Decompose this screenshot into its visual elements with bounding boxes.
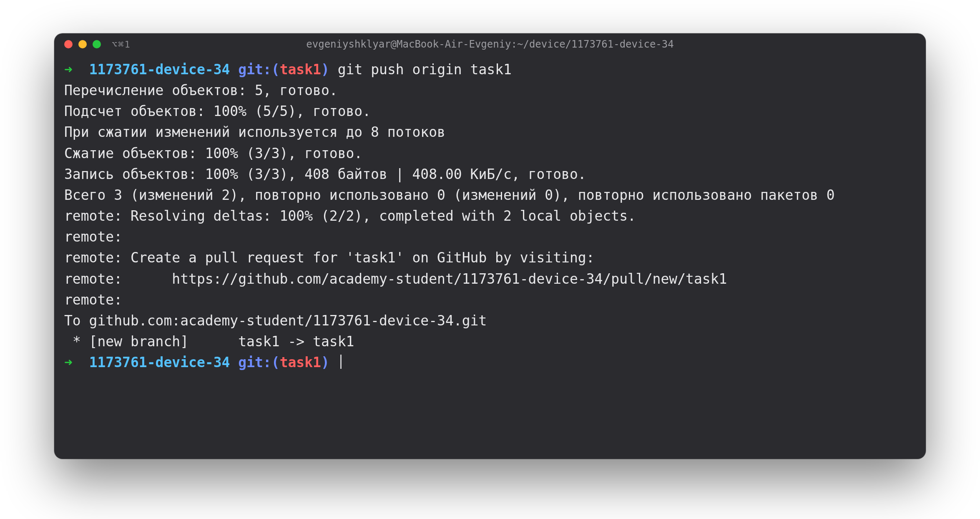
- tab-shortcut-label: ⌥⌘1: [112, 39, 131, 50]
- output-line: Запись объектов: 100% (3/3), 408 байтов …: [64, 166, 586, 182]
- prompt-arrow-icon: ➜: [64, 354, 73, 370]
- prompt-arrow-icon: ➜: [64, 61, 73, 78]
- terminal-body[interactable]: ➜ 1173761-device-34 git:(task1) git push…: [54, 55, 926, 383]
- prompt-paren-close: ): [321, 354, 329, 370]
- prompt-paren-open: (: [271, 354, 280, 370]
- minimize-icon[interactable]: [78, 40, 87, 48]
- output-line: remote:: [64, 229, 122, 245]
- prompt-git-label: git:: [238, 354, 271, 370]
- output-line: При сжатии изменений используется до 8 п…: [64, 124, 445, 140]
- prompt-paren-open: (: [271, 61, 280, 78]
- output-line: Всего 3 (изменений 2), повторно использо…: [64, 187, 835, 203]
- output-line: remote: https://github.com/academy-stude…: [64, 271, 727, 287]
- output-line: remote: Resolving deltas: 100% (2/2), co…: [64, 208, 636, 224]
- traffic-lights: [64, 40, 101, 48]
- terminal-window: ⌥⌘1 evgeniyshklyar@MacBook-Air-Evgeniy:~…: [54, 33, 926, 459]
- output-line: Перечисление объектов: 5, готово.: [64, 82, 338, 98]
- prompt-git-label: git:: [238, 61, 271, 78]
- titlebar: ⌥⌘1 evgeniyshklyar@MacBook-Air-Evgeniy:~…: [54, 33, 926, 55]
- output-line: To github.com:academy-student/1173761-de…: [64, 312, 487, 329]
- command-text: git push origin task1: [338, 61, 512, 78]
- close-icon[interactable]: [64, 40, 73, 48]
- output-line: Сжатие объектов: 100% (3/3), готово.: [64, 145, 362, 161]
- zoom-icon[interactable]: [93, 40, 101, 48]
- output-line: remote:: [64, 292, 122, 308]
- prompt-branch: task1: [280, 354, 321, 370]
- prompt-branch: task1: [280, 61, 321, 78]
- output-line: * [new branch] task1 -> task1: [64, 333, 354, 350]
- cursor-icon: [340, 355, 342, 369]
- window-title: evgeniyshklyar@MacBook-Air-Evgeniy:~/dev…: [54, 38, 926, 50]
- output-line: Подсчет объектов: 100% (5/5), готово.: [64, 103, 371, 119]
- prompt-cwd: 1173761-device-34: [89, 61, 230, 78]
- prompt-cwd: 1173761-device-34: [89, 354, 230, 370]
- output-line: remote: Create a pull request for 'task1…: [64, 249, 595, 266]
- prompt-paren-close: ): [321, 61, 329, 78]
